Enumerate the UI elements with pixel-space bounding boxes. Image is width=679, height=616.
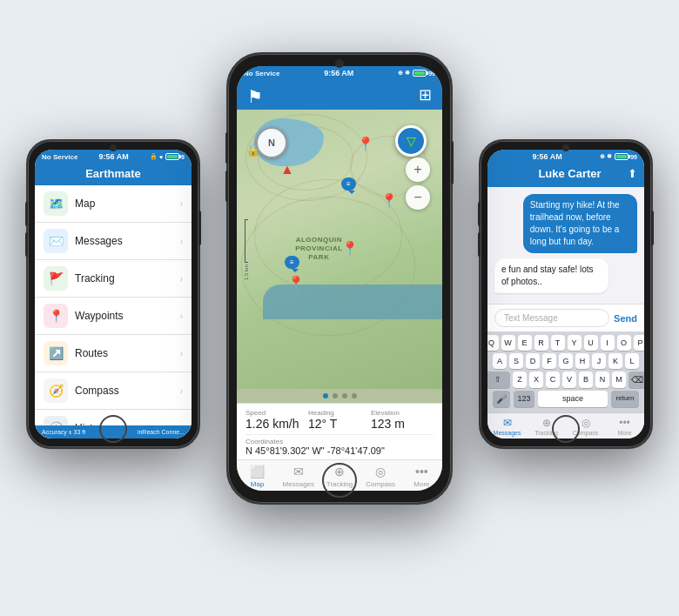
- menu-item-waypoints[interactable]: 📍 Waypoints ›: [35, 298, 192, 335]
- vol-down-button[interactable]: [25, 232, 28, 257]
- key-q[interactable]: Q: [487, 335, 499, 351]
- key-e[interactable]: E: [518, 335, 532, 351]
- key-o[interactable]: O: [617, 335, 631, 351]
- rtab-messages[interactable]: ✉ Messages: [487, 417, 527, 436]
- map-chat-2: ≡: [285, 256, 299, 269]
- right-status-bar: 9:56 AM ⊕ ❋ 99: [487, 150, 644, 164]
- key-m[interactable]: M: [612, 372, 626, 388]
- left-phone-screen: No Service 9:56 AM 🔒 ♥ 9 Earthmate: [35, 150, 192, 439]
- tab-tracking[interactable]: ⊕ Tracking: [319, 465, 360, 488]
- stat-heading: Heading 12° T: [308, 409, 371, 431]
- kb-row-1: Q W E R T Y U I O P: [490, 335, 642, 351]
- menu-item-tracking[interactable]: 🚩 Tracking ›: [35, 260, 192, 298]
- key-i[interactable]: I: [601, 335, 615, 351]
- key-u[interactable]: U: [584, 335, 598, 351]
- key-space[interactable]: space: [538, 391, 608, 407]
- phones-container: No Service 9:56 AM 🔒 ♥ 9 Earthmate: [0, 0, 679, 616]
- key-b[interactable]: B: [579, 372, 593, 388]
- rtab-compass-icon: ◎: [582, 417, 590, 429]
- scale-line: [245, 218, 248, 262]
- kb-row-3: ⇧ Z X C V B N M ⌫: [490, 372, 642, 388]
- pin-3: 📍: [341, 240, 359, 257]
- tab-more[interactable]: ••• More: [401, 465, 442, 488]
- send-button[interactable]: Send: [614, 313, 637, 324]
- key-v[interactable]: V: [562, 372, 576, 388]
- compass-label: Compass: [75, 385, 119, 397]
- key-w[interactable]: W: [501, 335, 515, 351]
- tab-map[interactable]: ⬜ Map: [237, 465, 278, 488]
- key-delete[interactable]: ⌫: [629, 372, 644, 388]
- rtab-tracking[interactable]: ⊕ Tracking: [527, 417, 566, 436]
- rtab-more-label: More: [618, 430, 632, 436]
- share-icon[interactable]: ⬆: [628, 167, 637, 180]
- menu-item-messages[interactable]: ✉️ Messages ›: [35, 223, 192, 260]
- tab-tracking-label: Tracking: [326, 480, 353, 488]
- scale-text: 1.5 km: [244, 264, 249, 279]
- key-h[interactable]: H: [575, 353, 589, 369]
- right-tab-bar: ✉ Messages ⊕ Tracking ◎ Compass ••• More: [487, 412, 644, 439]
- elevation-label: Elevation: [371, 409, 434, 417]
- message-input[interactable]: Text Message: [494, 309, 609, 327]
- map-area[interactable]: ALGONQUIN PROVINCIAL PARK N 🔒 ▽ 1.5 km: [237, 110, 442, 389]
- tab-messages-label: Messages: [283, 480, 314, 488]
- vol-up-button[interactable]: [25, 202, 28, 226]
- right-vol-down[interactable]: [478, 232, 481, 257]
- coords-row: Coordinates N 45°81'9.302" W" -78°41'47.…: [245, 434, 434, 456]
- flag-icon[interactable]: [247, 86, 268, 104]
- key-d[interactable]: D: [526, 353, 540, 369]
- left-battery: 🔒 ♥ 9: [150, 153, 185, 160]
- tracking-menu-icon: 🚩: [44, 266, 68, 291]
- key-y[interactable]: Y: [568, 335, 582, 351]
- rtab-tracking-icon: ⊕: [542, 417, 551, 429]
- key-x[interactable]: X: [529, 372, 543, 388]
- key-l[interactable]: L: [625, 353, 639, 369]
- key-f[interactable]: F: [542, 353, 556, 369]
- key-n[interactable]: N: [595, 372, 609, 388]
- key-k[interactable]: K: [608, 353, 622, 369]
- key-r[interactable]: R: [534, 335, 548, 351]
- tab-messages-icon: ✉: [293, 465, 304, 479]
- kb-row-2: A S D F G H J K L: [490, 353, 642, 369]
- tab-more-icon: •••: [415, 465, 428, 479]
- right-battery-icon: [615, 153, 629, 160]
- power-button[interactable]: [198, 211, 201, 245]
- key-j[interactable]: J: [592, 353, 606, 369]
- waypoints-label: Waypoints: [75, 310, 124, 322]
- tab-compass-label: Compass: [366, 480, 395, 488]
- key-p[interactable]: P: [634, 335, 645, 351]
- key-t[interactable]: T: [551, 335, 565, 351]
- key-c[interactable]: C: [546, 372, 560, 388]
- zoom-out-button[interactable]: −: [406, 185, 430, 210]
- key-return[interactable]: return: [611, 391, 639, 407]
- right-vol-up[interactable]: [478, 202, 481, 226]
- key-g[interactable]: G: [559, 353, 573, 369]
- inreach-label: inReach Conne...: [138, 429, 185, 435]
- menu-item-map[interactable]: 🗺️ Map ›: [35, 185, 192, 223]
- menu-item-compass[interactable]: 🧭 Compass ›: [35, 372, 192, 410]
- pin-red-1: ▲: [280, 162, 294, 177]
- nav-arrow[interactable]: ▽: [395, 125, 427, 157]
- key-123[interactable]: 123: [514, 391, 534, 407]
- center-vol-down[interactable]: [225, 171, 228, 202]
- layers-icon[interactable]: ⊞: [419, 85, 432, 104]
- tab-compass[interactable]: ◎ Compass: [360, 465, 401, 488]
- key-a[interactable]: A: [493, 353, 507, 369]
- center-vol-up[interactable]: [225, 132, 228, 164]
- tab-compass-icon: ◎: [375, 465, 386, 479]
- pin-4: 📍: [287, 275, 305, 291]
- rtab-compass[interactable]: ◎ Compass: [566, 417, 605, 436]
- right-power[interactable]: [651, 211, 654, 245]
- menu-list: 🗺️ Map › ✉️ Messages › 🚩 Tracking ›: [35, 185, 192, 439]
- rtab-more[interactable]: ••• More: [605, 417, 644, 436]
- key-mic[interactable]: 🎤: [493, 391, 510, 407]
- center-power[interactable]: [451, 141, 454, 184]
- menu-item-routes[interactable]: ↗️ Routes ›: [35, 335, 192, 372]
- key-shift[interactable]: ⇧: [487, 372, 510, 388]
- key-z[interactable]: Z: [513, 372, 527, 388]
- zoom-in-button[interactable]: +: [406, 157, 430, 182]
- tab-messages[interactable]: ✉ Messages: [278, 465, 319, 488]
- park-label: ALGONQUIN PROVINCIAL PARK: [295, 236, 342, 263]
- key-s[interactable]: S: [509, 353, 523, 369]
- tab-tracking-icon: ⊕: [334, 465, 345, 479]
- stats-row-1: Speed 1.26 km/h Heading 12° T Elevation …: [245, 409, 434, 431]
